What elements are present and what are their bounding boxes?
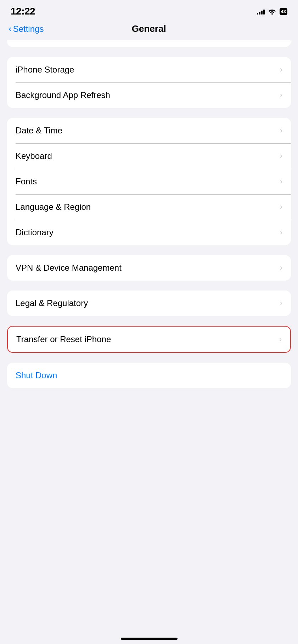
section-legal: Legal & Regulatory ›	[7, 291, 291, 316]
list-item-shutdown[interactable]: Shut Down	[7, 363, 291, 388]
section-vpn: VPN & Device Management ›	[7, 255, 291, 281]
chevron-right-icon: ›	[280, 65, 282, 74]
section-transfer-reset: Transfer or Reset iPhone ›	[7, 326, 291, 353]
list-item-fonts[interactable]: Fonts ›	[7, 169, 291, 194]
card-transfer-reset-highlighted: Transfer or Reset iPhone ›	[7, 326, 291, 353]
list-item-legal-regulatory[interactable]: Legal & Regulatory ›	[7, 291, 291, 316]
list-item-transfer-reset-iphone[interactable]: Transfer or Reset iPhone ›	[8, 327, 290, 352]
card-storage-refresh: iPhone Storage › Background App Refresh …	[7, 57, 291, 108]
chevron-right-icon: ›	[280, 228, 282, 237]
card-shutdown: Shut Down	[7, 363, 291, 388]
keyboard-label: Keyboard	[16, 151, 52, 161]
chevron-right-icon: ›	[279, 335, 282, 344]
status-time: 12:22	[11, 6, 35, 17]
list-item-language-region[interactable]: Language & Region ›	[7, 194, 291, 220]
signal-icon	[257, 8, 265, 15]
top-partial-card	[7, 40, 291, 47]
chevron-right-icon: ›	[280, 263, 282, 272]
chevron-right-icon: ›	[280, 299, 282, 308]
list-item-dictionary[interactable]: Dictionary ›	[7, 220, 291, 245]
card-vpn: VPN & Device Management ›	[7, 255, 291, 281]
battery-icon: 43	[280, 8, 287, 15]
nav-bar: ‹ Settings General	[0, 21, 298, 40]
section-storage-refresh: iPhone Storage › Background App Refresh …	[7, 57, 291, 108]
vpn-device-management-label: VPN & Device Management	[16, 263, 122, 273]
list-item-iphone-storage[interactable]: iPhone Storage ›	[7, 57, 291, 82]
chevron-right-icon: ›	[280, 177, 282, 186]
home-indicator	[121, 638, 178, 640]
list-item-date-time[interactable]: Date & Time ›	[7, 118, 291, 143]
status-bar: 12:22 43	[0, 0, 298, 21]
content-area: iPhone Storage › Background App Refresh …	[0, 40, 298, 388]
background-app-refresh-label: Background App Refresh	[16, 90, 110, 100]
fonts-label: Fonts	[16, 177, 37, 186]
list-item-background-app-refresh[interactable]: Background App Refresh ›	[7, 82, 291, 108]
list-item-keyboard[interactable]: Keyboard ›	[7, 143, 291, 169]
language-region-label: Language & Region	[16, 202, 91, 212]
card-datetime-keyboard: Date & Time › Keyboard › Fonts › Languag…	[7, 118, 291, 245]
transfer-reset-iphone-label: Transfer or Reset iPhone	[16, 334, 111, 344]
back-button[interactable]: ‹ Settings	[9, 23, 44, 34]
iphone-storage-label: iPhone Storage	[16, 65, 74, 75]
card-legal: Legal & Regulatory ›	[7, 291, 291, 316]
wifi-icon	[268, 8, 277, 15]
legal-regulatory-label: Legal & Regulatory	[16, 298, 88, 308]
chevron-right-icon: ›	[280, 91, 282, 100]
chevron-right-icon: ›	[280, 151, 282, 161]
back-label: Settings	[13, 24, 44, 34]
section-datetime-keyboard: Date & Time › Keyboard › Fonts › Languag…	[7, 118, 291, 245]
date-time-label: Date & Time	[16, 126, 62, 136]
page-title: General	[132, 23, 166, 34]
status-icons: 43	[257, 8, 287, 15]
chevron-right-icon: ›	[280, 126, 282, 135]
dictionary-label: Dictionary	[16, 228, 54, 237]
list-item-vpn-device-management[interactable]: VPN & Device Management ›	[7, 255, 291, 281]
chevron-right-icon: ›	[280, 202, 282, 212]
back-chevron-icon: ‹	[9, 23, 12, 34]
shutdown-label: Shut Down	[16, 370, 57, 380]
battery-level: 43	[281, 9, 286, 14]
